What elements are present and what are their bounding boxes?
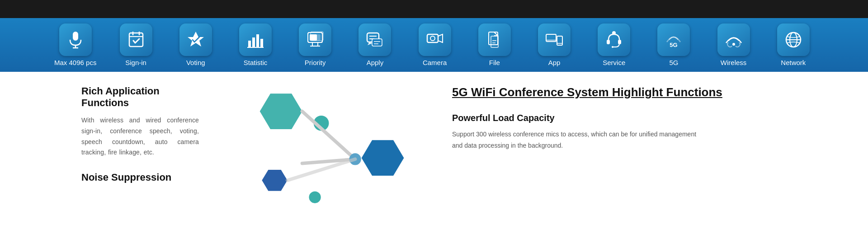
icon-label-service: Service: [603, 59, 625, 66]
svg-rect-11: [260, 39, 263, 47]
icon-item-max4096[interactable]: Max 4096 pcs: [54, 23, 96, 66]
icon-box-5g: 5G: [657, 23, 690, 56]
svg-rect-25: [372, 39, 382, 46]
icon-item-app[interactable]: App: [534, 23, 575, 66]
icon-box-max4096: [59, 23, 92, 56]
icon-box-network: [777, 23, 810, 56]
icon-item-voting[interactable]: Voting: [175, 23, 216, 66]
icon-box-voting: [179, 23, 212, 56]
svg-rect-10: [256, 34, 259, 47]
icon-item-statistic[interactable]: Statistic: [235, 23, 276, 66]
icon-label-camera: Camera: [423, 59, 447, 66]
icon-label-max4096: Max 4096 pcs: [54, 59, 96, 66]
icon-item-file[interactable]: File: [474, 23, 515, 66]
icon-label-app: App: [548, 59, 561, 66]
statistic-icon: [246, 31, 264, 49]
icon-item-network[interactable]: Network: [773, 23, 814, 66]
svg-rect-28: [427, 34, 438, 42]
svg-point-55: [309, 191, 321, 203]
svg-marker-48: [260, 93, 302, 129]
svg-marker-30: [438, 34, 443, 42]
icon-item-wireless[interactable]: Wireless: [713, 23, 754, 66]
icon-label-file: File: [489, 59, 500, 66]
icon-box-wireless: [717, 23, 750, 56]
svg-line-50: [302, 112, 355, 159]
svg-marker-7: [188, 32, 204, 47]
icon-label-priority: Priority: [305, 59, 326, 66]
mic-icon: [66, 31, 85, 49]
diagram-svg: [226, 81, 425, 216]
highlight-functions-title: 5G WiFi Conference System Highlight Func…: [452, 85, 832, 99]
icon-box-service: [598, 23, 630, 56]
icon-item-service[interactable]: Service: [594, 23, 634, 66]
content-area: Rich Application Functions With wireless…: [0, 72, 868, 218]
svg-text:5G: 5G: [670, 42, 678, 48]
icon-label-network: Network: [781, 59, 806, 66]
rich-application-body: With wireless and wired conference sign-…: [81, 115, 199, 158]
priority-icon: [306, 31, 324, 49]
svg-rect-8: [248, 41, 251, 47]
icon-box-apply: [359, 23, 391, 56]
top-black-bar: [0, 0, 868, 18]
svg-marker-53: [362, 140, 404, 176]
middle-diagram: [226, 72, 425, 218]
svg-rect-3: [129, 33, 143, 47]
wireless-icon: [725, 31, 743, 49]
svg-point-29: [430, 36, 435, 41]
icon-label-wireless: Wireless: [721, 59, 747, 66]
network-icon: [784, 31, 802, 49]
5g-icon: 5G: [665, 31, 683, 49]
icon-box-priority: [299, 23, 331, 56]
icon-box-statistic: [239, 23, 272, 56]
icon-box-signin: [120, 23, 152, 56]
icon-label-voting: Voting: [186, 59, 205, 66]
icon-label-signin: Sign-in: [125, 59, 146, 66]
svg-point-42: [612, 31, 616, 35]
voting-icon: [187, 31, 205, 49]
svg-rect-0: [73, 32, 78, 41]
icon-item-5g[interactable]: 5G 5G: [653, 23, 694, 66]
app-icon: [545, 31, 563, 49]
svg-rect-9: [252, 37, 255, 47]
icon-bar: Max 4096 pcs Sign-in Voting: [0, 18, 868, 72]
icon-item-priority[interactable]: Priority: [295, 23, 335, 66]
powerful-load-title: Powerful Load Capacity: [452, 113, 832, 123]
icon-label-5g: 5G: [669, 59, 678, 66]
right-section: 5G WiFi Conference System Highlight Func…: [425, 72, 868, 218]
icon-label-statistic: Statistic: [244, 59, 268, 66]
icon-item-signin[interactable]: Sign-in: [116, 23, 156, 66]
camera-icon: [426, 31, 444, 49]
icon-item-apply[interactable]: Apply: [354, 23, 395, 66]
icon-box-camera: [419, 23, 451, 56]
signin-icon: [127, 31, 145, 49]
noise-suppression-title: Noise Suppression: [81, 172, 199, 183]
apply-icon: [366, 31, 384, 49]
svg-rect-36: [557, 36, 562, 45]
icon-box-file: [478, 23, 511, 56]
svg-marker-54: [262, 170, 287, 191]
svg-rect-39: [607, 40, 610, 44]
icon-label-apply: Apply: [367, 59, 384, 66]
svg-point-44: [732, 43, 735, 46]
icon-item-camera[interactable]: Camera: [415, 23, 455, 66]
rich-application-title: Rich Application Functions: [81, 85, 199, 109]
icon-box-app: [538, 23, 571, 56]
svg-point-41: [612, 46, 613, 48]
file-icon: [486, 31, 504, 49]
service-icon: [605, 31, 623, 49]
svg-rect-32: [491, 36, 498, 47]
left-section: Rich Application Functions With wireless…: [0, 72, 226, 218]
powerful-load-body: Support 300 wireless conference mics to …: [452, 129, 705, 151]
